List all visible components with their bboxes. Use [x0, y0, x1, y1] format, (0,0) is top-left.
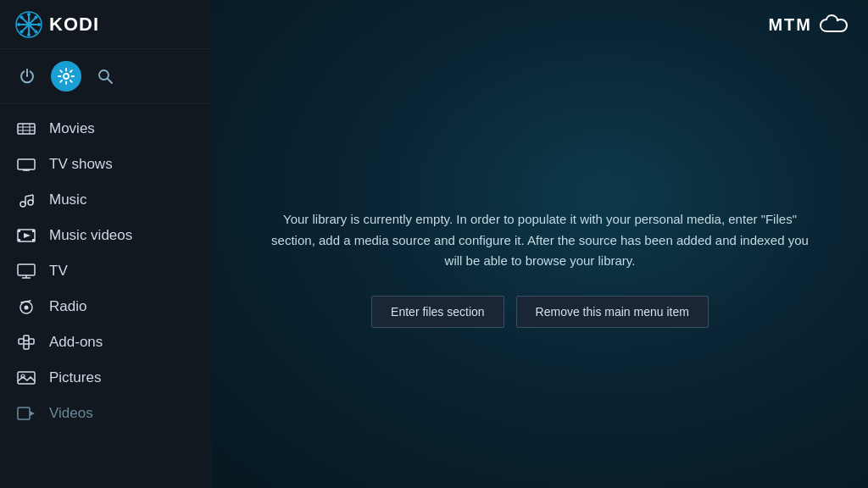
nav-menu: Movies TV shows — [0, 104, 212, 488]
empty-library-box: Your library is currently empty. In orde… — [263, 209, 817, 328]
sidebar-item-music-videos[interactable]: Music videos — [0, 218, 212, 253]
svg-marker-48 — [30, 411, 35, 416]
sidebar-item-tv[interactable]: TV — [0, 253, 212, 289]
svg-rect-36 — [18, 264, 35, 275]
mtm-logo: MTM — [768, 13, 851, 36]
svg-point-10 — [20, 15, 24, 19]
cloud-icon — [819, 13, 851, 36]
svg-marker-35 — [24, 233, 31, 238]
svg-point-25 — [20, 202, 25, 207]
svg-point-12 — [35, 15, 38, 19]
enter-files-section-button[interactable]: Enter files section — [371, 296, 504, 328]
svg-rect-43 — [24, 336, 29, 341]
top-icons-bar — [0, 49, 212, 104]
movie-icon — [17, 119, 36, 138]
svg-rect-31 — [18, 230, 20, 232]
music-label: Music — [49, 191, 86, 208]
svg-line-29 — [25, 195, 33, 197]
settings-button[interactable] — [51, 61, 81, 92]
app-header: KODI — [0, 0, 212, 49]
svg-rect-33 — [18, 239, 20, 241]
content-area: Your library is currently empty. In orde… — [212, 49, 868, 488]
svg-rect-22 — [18, 159, 35, 169]
tv-label: TV — [49, 263, 68, 280]
music-videos-label: Music videos — [49, 227, 132, 244]
sidebar-item-add-ons[interactable]: Add-ons — [0, 324, 212, 360]
kodi-logo: KODI — [15, 11, 99, 38]
kodi-snowflake-icon — [15, 11, 42, 38]
music-icon — [17, 191, 36, 209]
picture-icon — [17, 369, 36, 387]
empty-library-message: Your library is currently empty. In orde… — [263, 209, 817, 272]
radio-label: Radio — [49, 298, 86, 315]
svg-point-7 — [27, 33, 31, 36]
app-title: KODI — [49, 14, 99, 36]
sidebar-item-radio[interactable]: Radio — [0, 289, 212, 324]
videos-label: Videos — [49, 405, 93, 422]
mtm-text: MTM — [768, 15, 812, 35]
addon-icon — [17, 333, 36, 352]
sidebar-item-tv-shows[interactable]: TV shows — [0, 147, 212, 182]
sidebar-item-pictures[interactable]: Pictures — [0, 360, 212, 396]
svg-rect-34 — [32, 239, 35, 241]
tv-icon — [17, 155, 36, 174]
tv-shows-label: TV shows — [49, 156, 113, 173]
svg-point-6 — [27, 13, 31, 16]
main-header: MTM — [212, 0, 868, 49]
movies-label: Movies — [49, 120, 95, 137]
svg-rect-44 — [24, 344, 29, 349]
sidebar-item-videos[interactable]: Videos — [0, 396, 212, 431]
film-icon — [17, 226, 36, 245]
svg-point-26 — [28, 200, 33, 205]
search-button[interactable] — [97, 68, 114, 85]
svg-point-40 — [25, 306, 29, 310]
svg-rect-42 — [29, 339, 34, 344]
svg-point-15 — [99, 70, 108, 80]
svg-point-5 — [26, 22, 31, 27]
sidebar: KODI — [0, 0, 212, 488]
radio-icon — [17, 297, 36, 316]
remove-menu-item-button[interactable]: Remove this main menu item — [516, 296, 709, 328]
videos-icon — [17, 404, 36, 423]
svg-rect-47 — [18, 408, 30, 419]
monitor-icon — [17, 262, 36, 280]
svg-rect-41 — [19, 339, 24, 344]
add-ons-label: Add-ons — [49, 334, 103, 351]
svg-point-9 — [37, 23, 41, 26]
main-content: MTM Your library is currently empty. In … — [212, 0, 868, 488]
svg-point-8 — [17, 23, 20, 26]
sidebar-item-music[interactable]: Music — [0, 182, 212, 218]
svg-point-11 — [35, 30, 38, 33]
action-buttons: Enter files section Remove this main men… — [371, 296, 709, 328]
svg-point-14 — [64, 74, 69, 79]
svg-rect-17 — [18, 124, 35, 134]
power-button[interactable] — [19, 68, 36, 85]
svg-point-13 — [20, 30, 24, 33]
svg-rect-32 — [32, 230, 35, 232]
pictures-label: Pictures — [49, 369, 101, 386]
svg-line-16 — [108, 79, 112, 83]
sidebar-item-movies[interactable]: Movies — [0, 111, 212, 147]
